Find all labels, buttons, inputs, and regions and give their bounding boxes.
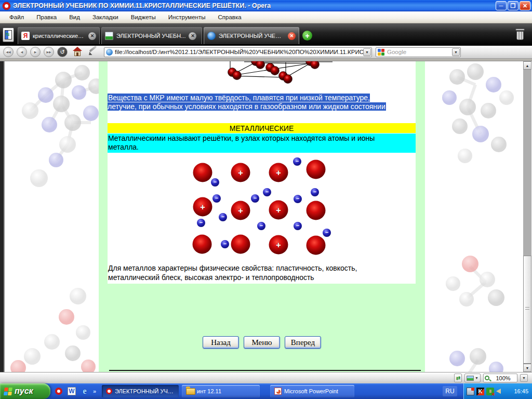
diatomic-molecule	[284, 75, 292, 84]
fit-width-icon: ⇄	[456, 375, 460, 381]
tab-close-icon[interactable]: ✕	[88, 32, 96, 40]
metal-ion: +	[193, 197, 212, 217]
tab-textbook-1[interactable]: ЭЛЕКТРОННЫЙ УЧЕБН... ✕	[101, 27, 202, 44]
start-button[interactable]: пуск	[0, 383, 50, 399]
zoom-dropdown-button[interactable]: ▼	[520, 374, 528, 382]
opera-icon	[3, 2, 10, 10]
windows-taskbar: пуск W e » ЭЛЕКТРОННЫЙ УЧЕ... инт 12.11 …	[0, 383, 532, 399]
metal-ion: +	[269, 235, 288, 255]
search-placeholder[interactable]: Google	[387, 49, 452, 55]
back-page-button[interactable]: Назад	[203, 336, 239, 349]
menu-edit[interactable]: Правка	[30, 12, 63, 22]
vertical-scrollbar[interactable]: ▲ ▼	[523, 61, 531, 372]
electron: −	[263, 188, 271, 196]
molecular-lattice-image	[221, 61, 338, 94]
selected-text-paragraph: Вещества с МКР имеют малую твёрдость, пл…	[108, 94, 398, 111]
google-search-field[interactable]: Google ▼	[376, 47, 461, 57]
metal-ion: +	[269, 163, 288, 182]
electron: −	[221, 240, 229, 248]
menu-bar: ФайлПравкаВидЗакладкиВиджетыИнструментыС…	[0, 11, 532, 23]
quicklaunch-overflow-chevron[interactable]: »	[93, 388, 96, 394]
electron: −	[212, 194, 221, 203]
zoom-control[interactable]: 100%	[483, 374, 517, 382]
metal-ion	[307, 201, 326, 220]
address-bar[interactable]: file://localhost/D:/инт%2012.11/ЭЛЕКТРОН…	[104, 47, 372, 57]
windows-flag-icon	[4, 388, 12, 395]
word-quicklaunch-icon[interactable]: W	[67, 387, 76, 396]
diatomic-molecule	[311, 61, 320, 69]
url-text[interactable]: file://localhost/D:/инт%2012.11/ЭЛЕКТРОН…	[115, 49, 363, 55]
rewind-button[interactable]: ◂◂	[3, 47, 14, 57]
opera-quicklaunch-icon[interactable]	[54, 387, 63, 396]
menu-view[interactable]: Вид	[63, 12, 86, 22]
back-button[interactable]: ◂	[17, 47, 27, 57]
tab-textbook-2-active[interactable]: ЭЛЕКТРОННЫЙ УЧЕБН... ✕	[204, 27, 299, 44]
page-content: Вещества с МКР имеют малую твёрдость, пл…	[108, 61, 416, 284]
scroll-down-button[interactable]: ▼	[523, 364, 531, 372]
metal-lattice-diagram: ++++++−−−−−−−−−−−−−	[108, 153, 416, 263]
ie-quicklaunch-icon[interactable]: e	[80, 387, 89, 396]
trash-icon[interactable]	[515, 29, 525, 41]
definition-text: Металлическими называют решётки, в узлах…	[108, 134, 416, 153]
diatomic-molecule	[233, 71, 242, 80]
metal-ion	[307, 160, 326, 179]
electron: −	[251, 194, 259, 203]
images-icon	[467, 376, 474, 381]
edit-pencil-button[interactable]	[87, 47, 99, 57]
electron: −	[323, 229, 331, 237]
page-navigation-buttons: Назад Меню Вперед	[99, 336, 425, 349]
tab-yandex-search[interactable]: Я кристаллические вещ... ✕	[18, 27, 100, 44]
menu-widgets[interactable]: Виджеты	[125, 12, 162, 22]
menu-bookmarks[interactable]: Закладки	[86, 12, 125, 22]
close-button[interactable]: ✕	[520, 1, 530, 10]
search-dropdown-button[interactable]: ▼	[452, 48, 460, 56]
panel-edge-highlight	[4, 61, 5, 372]
browser-status-bar: ⇄ ▼ 100% ▼	[0, 372, 532, 383]
window-title: ЭЛЕКТРОННЫЙ УЧЕБНИК ПО ХИМИИ.11.КРИСТАЛЛ…	[13, 2, 271, 9]
menu-file[interactable]: Файл	[3, 12, 30, 22]
forward-button[interactable]: ▸	[30, 47, 41, 57]
system-tray: K 16:45	[463, 383, 532, 399]
menu-page-button[interactable]: Меню	[244, 336, 280, 349]
metal-ion: +	[269, 201, 288, 220]
electron: −	[197, 219, 205, 227]
electron: −	[293, 157, 301, 166]
globe-icon	[207, 32, 216, 40]
scheduler-tray-icon[interactable]	[467, 388, 474, 395]
language-indicator[interactable]: RU	[443, 386, 457, 396]
folder-icon	[186, 388, 194, 394]
powerpoint-icon	[274, 388, 282, 395]
kaspersky-icon[interactable]: K	[476, 388, 484, 395]
new-tab-button[interactable]: +	[302, 31, 312, 41]
menu-help[interactable]: Справка	[212, 12, 248, 22]
scrollbar-thumb[interactable]	[523, 256, 531, 364]
magnifier-icon	[485, 376, 489, 380]
tab-bar: Я кристаллические вещ... ✕ ЭЛЕКТРОННЫЙ У…	[0, 23, 532, 46]
panel-toggle-icon[interactable]	[3, 28, 14, 42]
toggle-images-button[interactable]: ▼	[464, 374, 481, 382]
tab-close-icon[interactable]: ✕	[189, 32, 196, 40]
taskbar-task-opera[interactable]: ЭЛЕКТРОННЫЙ УЧЕ...	[102, 385, 179, 397]
forward-page-button[interactable]: Вперед	[285, 336, 321, 349]
menu-tools[interactable]: Инструменты	[162, 12, 212, 22]
electron: −	[219, 213, 227, 221]
taskbar-task-powerpoint[interactable]: Microsoft PowerPoint	[270, 385, 354, 397]
restore-button[interactable]: ❐	[508, 1, 518, 10]
fit-to-width-button[interactable]: ⇄	[454, 374, 462, 382]
zoom-level: 100%	[490, 375, 516, 381]
fast-forward-button[interactable]: ▸▸	[44, 47, 54, 57]
diatomic-molecule	[256, 61, 265, 69]
home-button[interactable]	[72, 47, 83, 57]
section-header-metallic: МЕТАЛЛИЧЕСКИЕ	[108, 123, 416, 133]
metal-ion: +	[231, 163, 250, 182]
volume-icon[interactable]	[496, 389, 501, 394]
scroll-up-button[interactable]: ▲	[523, 61, 531, 70]
home-icon	[73, 47, 82, 51]
tab-close-icon[interactable]: ✕	[288, 32, 296, 40]
reload-button[interactable]: ↺	[57, 47, 68, 57]
minimize-button[interactable]: ─	[496, 1, 507, 10]
metal-ion	[193, 163, 212, 182]
taskbar-task-folder[interactable]: инт 12.11	[182, 385, 260, 397]
address-dropdown-button[interactable]: ▼	[363, 48, 371, 56]
metal-ion	[307, 236, 326, 255]
